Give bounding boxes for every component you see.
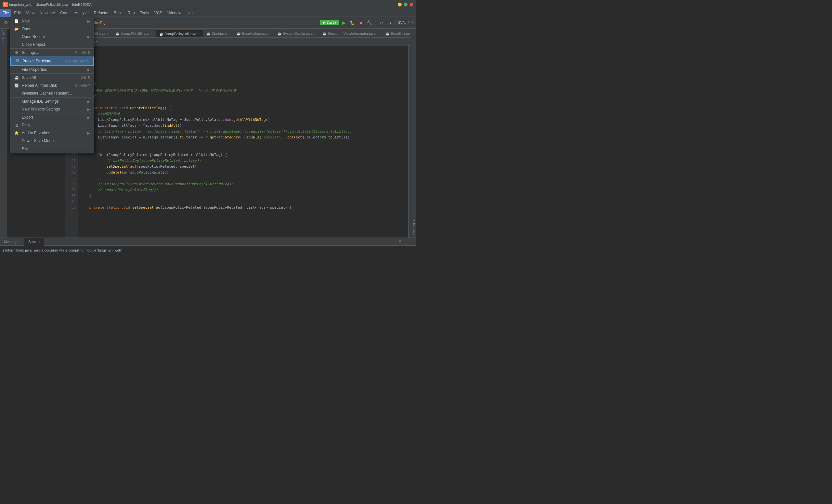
menu-file[interactable]: File [0,9,11,17]
code-line-48: setSpecialTag(jsoupPolicyRelated, specia… [81,164,406,169]
close-tab-icon-2[interactable]: × [151,32,152,35]
file-menu-dropdown: 📄 New ▶ 📂 Open... Open Recent ▶ Close Pr… [10,17,94,153]
code-line-46: for (JsoupPolicyRelated jsoupPolicyRelat… [81,152,406,158]
tab-build[interactable]: Build × [24,238,44,246]
menu-item-project-structure[interactable]: 🏗 Project Structure... Ctrl+Alt+Shift+S [10,56,94,65]
menu-section-1: 📄 New ▶ 📂 Open... Open Recent ▶ Close Pr… [10,17,94,49]
code-content[interactable]: } /** * 更新 政策信息的分类标签 TODO 暂时只使用标题进行了分类 下… [78,46,408,238]
code-editor[interactable]: 28 29 30 31 32 33 34 35 36 37 38 39 40 4… [65,46,411,238]
tab-session[interactable]: ☕ SessionInViewInterceptor.java × [319,30,382,37]
close-tab-icon-7[interactable]: × [377,32,379,35]
tab-build-close[interactable]: × [38,240,40,243]
bottom-content: ℹ Information: java: Errors occurred whi… [0,246,416,252]
tab-jsoupjg3[interactable]: ☕ JsoupJG3Util.java × [112,30,156,37]
menu-vcs[interactable]: VCS [152,9,165,17]
settings-icon: ⚙ [14,50,19,55]
toolbar-sep-3 [375,20,375,26]
code-line-30 [81,58,406,64]
menu-analyze[interactable]: Analyze [72,9,91,17]
debug-icon[interactable]: 🐛 [348,19,356,27]
tab-sysconfig[interactable]: ☕ SystemConfig.java × [274,30,319,37]
bottom-panel: Messages Build × ⚙ − ℹ Information: java… [0,238,416,252]
tab-baseaction[interactable]: ☕ BaseAction.java × [233,30,274,37]
build-msg-1: ℹ Information: java: Errors occurred whi… [1,247,415,252]
code-line-53: } [81,193,406,199]
tab-start[interactable]: ☕ Start.java × [203,30,233,37]
build-icon[interactable]: 🔨 [365,19,373,27]
save-shortcut: Ctrl+S [81,76,90,80]
undo-icon[interactable]: ↩ [377,19,385,27]
code-line-35: * 更新 政策信息的分类标签 TODO 暂时只使用标题进行了分类 下一步可能需要… [81,88,406,94]
new-icon: 📄 [14,19,19,24]
menu-item-new[interactable]: 📄 New ▶ [10,17,94,25]
export-arrow: ▶ [87,116,90,119]
menu-item-open[interactable]: 📂 Open... [10,25,94,33]
menu-navigate[interactable]: Navigate [37,9,57,17]
code-line-40: List<JsoupPolicyRelated> allWithNoTag = … [81,117,406,123]
redo-icon[interactable]: ↪ [386,19,394,27]
editor-scrollbar[interactable] [408,46,411,238]
tab-jsoupolicyutil-active[interactable]: ☕ JsoupPolicyUtil.java × [156,30,203,37]
minimize-button[interactable] [398,3,402,6]
close-tab-icon-5[interactable]: × [269,32,271,35]
build-minus[interactable]: − [406,238,416,246]
menu-item-print[interactable]: 🖨 Print... [10,121,94,129]
tab-basedict[interactable]: ☕ BaseDict.java × [382,30,411,37]
menu-help[interactable]: Help [184,9,197,17]
settings-shortcut: Ctrl+Alt+S [75,51,90,55]
menu-view[interactable]: View [23,9,37,17]
menu-item-settings[interactable]: ⚙ Settings... Ctrl+Alt+S [10,49,94,56]
menu-item-new-projects-settings[interactable]: New Projects Settings ▶ [10,105,94,113]
app-icon: IJ [3,2,8,7]
java-icon-2: ☕ [115,32,119,35]
tab-messages[interactable]: Messages [0,238,24,246]
menu-item-invalidate[interactable]: Invalidate Caches / Restart... [10,89,94,97]
sidebar-project-icon[interactable]: 1: Project [1,30,6,43]
menu-edit[interactable]: Edit [11,9,23,17]
menu-item-open-recent[interactable]: Open Recent ▶ [10,33,94,41]
run-icon[interactable]: ▶ [340,19,348,27]
menu-item-export[interactable]: Export ▶ [10,113,94,121]
close-tab-icon-6[interactable]: × [314,32,316,35]
menu-item-save-all[interactable]: 💾 Save All Ctrl+S [10,74,94,82]
java-icon-8: ☕ [386,32,389,35]
code-line-51: // lsJsoupPolicyRelatedService.saveOrUpd… [81,181,406,187]
menu-tools[interactable]: Tools [137,9,152,17]
java-icon-3: ☕ [159,32,163,36]
menu-item-reload[interactable]: 🔄 Reload All from Disk Ctrl+Alt+Y [10,82,94,89]
close-tab-icon-3[interactable]: × [198,32,200,36]
menu-item-add-favorites[interactable]: ⭐ Add to Favorites ▶ [10,129,94,137]
code-line-42: // List<Tags> policy = allTags.stream().… [81,129,406,135]
build-settings[interactable]: ⚙ [394,238,406,246]
code-line-44 [81,140,406,146]
stop-icon[interactable]: ■ [357,19,365,27]
code-line-50: } [81,176,406,181]
close-tab-icon[interactable]: × [107,32,108,35]
menubar: File Edit View Navigate Code Analyze Ref… [0,9,416,17]
run-button[interactable]: ▶ Start ▾ [320,20,339,25]
menu-item-file-props[interactable]: File Properties ▶ [10,65,94,74]
menu-section-3: 💾 Save All Ctrl+S 🔄 Reload All from Disk… [10,74,94,98]
menu-code[interactable]: Code [57,9,72,17]
menu-item-close-project[interactable]: Close Project [10,41,94,48]
menu-item-power-save[interactable]: Power Save Mode [10,137,94,144]
code-line-37 [81,100,406,105]
svn-indicator: SVN: ✓ ✓ [398,21,414,25]
title-left: IJ tangshan_web – JsoupPolicyUtil.java –… [3,2,92,7]
window-title: tangshan_web – JsoupPolicyUtil.java – In… [9,3,92,6]
maximize-button[interactable] [404,3,408,6]
menu-section-4: Manage IDE Settings ▶ New Projects Setti… [10,98,94,113]
menu-section-5: Export ▶ 🖨 Print... ⭐ Add to Favorites ▶… [10,113,94,145]
close-button[interactable] [410,3,413,6]
toolbar-btn-1[interactable]: ⚙ [2,19,10,27]
menu-item-manage-ide[interactable]: Manage IDE Settings ▶ [10,98,94,105]
menu-build[interactable]: Build [111,9,125,17]
favorites-arrow: ▶ [87,131,90,135]
favorites-panel[interactable]: 2: Favorites [411,29,416,238]
close-tab-icon-4[interactable]: × [228,32,230,35]
menu-run[interactable]: Run [125,9,137,17]
menu-refactor[interactable]: Refactor [91,9,111,17]
menu-window[interactable]: Window [165,9,184,17]
menu-section-2: ⚙ Settings... Ctrl+Alt+S 🏗 Project Struc… [10,49,94,74]
menu-item-exit[interactable]: Exit [10,145,94,153]
